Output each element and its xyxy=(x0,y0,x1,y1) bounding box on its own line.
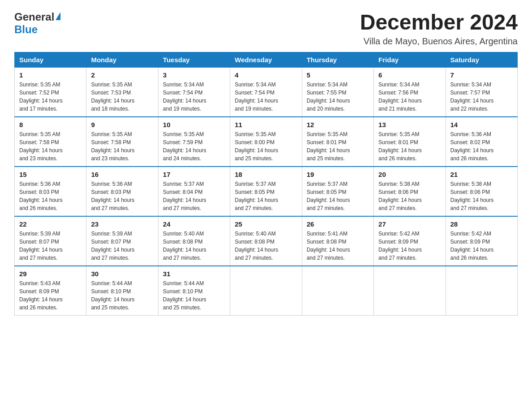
day-info: Sunrise: 5:37 AMSunset: 8:05 PMDaylight:… xyxy=(307,180,369,212)
table-row: 18Sunrise: 5:37 AMSunset: 8:05 PMDayligh… xyxy=(230,167,302,216)
day-info: Sunrise: 5:36 AMSunset: 8:03 PMDaylight:… xyxy=(19,180,82,212)
day-number: 17 xyxy=(163,171,225,178)
table-row: 31Sunrise: 5:44 AMSunset: 8:10 PMDayligh… xyxy=(158,266,230,316)
day-number: 8 xyxy=(19,121,82,128)
day-info: Sunrise: 5:37 AMSunset: 8:05 PMDaylight:… xyxy=(235,180,297,212)
day-info: Sunrise: 5:35 AMSunset: 8:00 PMDaylight:… xyxy=(235,130,297,163)
day-number: 6 xyxy=(378,71,441,79)
table-row: 12Sunrise: 5:35 AMSunset: 8:01 PMDayligh… xyxy=(302,117,373,167)
logo: General Blue xyxy=(14,11,60,36)
table-row: 4Sunrise: 5:34 AMSunset: 7:54 PMDaylight… xyxy=(230,67,302,117)
day-number: 11 xyxy=(235,121,297,128)
day-number: 30 xyxy=(91,270,153,278)
calendar-week-row: 8Sunrise: 5:35 AMSunset: 7:58 PMDaylight… xyxy=(15,117,518,167)
day-info: Sunrise: 5:35 AMSunset: 8:01 PMDaylight:… xyxy=(378,130,441,163)
table-row xyxy=(230,266,302,316)
col-saturday: Saturday xyxy=(446,52,517,67)
day-info: Sunrise: 5:44 AMSunset: 8:10 PMDaylight:… xyxy=(91,279,153,312)
table-row: 1Sunrise: 5:35 AMSunset: 7:52 PMDaylight… xyxy=(15,67,86,117)
day-number: 18 xyxy=(235,171,297,178)
day-info: Sunrise: 5:34 AMSunset: 7:54 PMDaylight:… xyxy=(163,81,225,113)
day-info: Sunrise: 5:35 AMSunset: 7:58 PMDaylight:… xyxy=(91,130,153,163)
table-row: 2Sunrise: 5:35 AMSunset: 7:53 PMDaylight… xyxy=(86,67,158,117)
page-title: December 2024 xyxy=(360,11,518,34)
day-number: 19 xyxy=(307,171,369,178)
day-info: Sunrise: 5:35 AMSunset: 7:58 PMDaylight:… xyxy=(19,130,82,163)
table-row: 29Sunrise: 5:43 AMSunset: 8:09 PMDayligh… xyxy=(15,266,86,316)
table-row: 9Sunrise: 5:35 AMSunset: 7:58 PMDaylight… xyxy=(86,117,158,167)
table-row: 26Sunrise: 5:41 AMSunset: 8:08 PMDayligh… xyxy=(302,216,373,266)
day-info: Sunrise: 5:39 AMSunset: 8:07 PMDaylight:… xyxy=(91,230,153,262)
day-info: Sunrise: 5:38 AMSunset: 8:06 PMDaylight:… xyxy=(378,180,441,212)
col-friday: Friday xyxy=(374,52,446,67)
day-info: Sunrise: 5:42 AMSunset: 8:09 PMDaylight:… xyxy=(378,230,441,262)
table-row: 24Sunrise: 5:40 AMSunset: 8:08 PMDayligh… xyxy=(158,216,230,266)
day-number: 27 xyxy=(378,220,441,228)
day-info: Sunrise: 5:41 AMSunset: 8:08 PMDaylight:… xyxy=(307,230,369,262)
calendar-week-row: 1Sunrise: 5:35 AMSunset: 7:52 PMDaylight… xyxy=(15,67,518,117)
day-info: Sunrise: 5:36 AMSunset: 8:02 PMDaylight:… xyxy=(450,130,513,163)
logo-blue-text: Blue xyxy=(14,23,38,35)
table-row: 6Sunrise: 5:34 AMSunset: 7:56 PMDaylight… xyxy=(374,67,446,117)
day-info: Sunrise: 5:38 AMSunset: 8:06 PMDaylight:… xyxy=(450,180,513,212)
calendar-week-row: 15Sunrise: 5:36 AMSunset: 8:03 PMDayligh… xyxy=(15,167,518,216)
day-info: Sunrise: 5:35 AMSunset: 7:59 PMDaylight:… xyxy=(163,130,225,163)
calendar-week-row: 29Sunrise: 5:43 AMSunset: 8:09 PMDayligh… xyxy=(15,266,518,316)
table-row: 30Sunrise: 5:44 AMSunset: 8:10 PMDayligh… xyxy=(86,266,158,316)
table-row: 5Sunrise: 5:34 AMSunset: 7:55 PMDaylight… xyxy=(302,67,373,117)
day-info: Sunrise: 5:35 AMSunset: 8:01 PMDaylight:… xyxy=(307,130,369,163)
calendar-week-row: 22Sunrise: 5:39 AMSunset: 8:07 PMDayligh… xyxy=(15,216,518,266)
day-info: Sunrise: 5:43 AMSunset: 8:09 PMDaylight:… xyxy=(19,279,82,312)
col-sunday: Sunday xyxy=(15,52,86,67)
calendar-table: Sunday Monday Tuesday Wednesday Thursday… xyxy=(14,52,518,316)
table-row: 10Sunrise: 5:35 AMSunset: 7:59 PMDayligh… xyxy=(158,117,230,167)
day-number: 15 xyxy=(19,171,82,178)
day-number: 26 xyxy=(307,220,369,228)
table-row: 13Sunrise: 5:35 AMSunset: 8:01 PMDayligh… xyxy=(374,117,446,167)
table-row xyxy=(302,266,373,316)
day-info: Sunrise: 5:42 AMSunset: 8:09 PMDaylight:… xyxy=(450,230,513,262)
table-row: 17Sunrise: 5:37 AMSunset: 8:04 PMDayligh… xyxy=(158,167,230,216)
day-info: Sunrise: 5:40 AMSunset: 8:08 PMDaylight:… xyxy=(163,230,225,262)
day-number: 9 xyxy=(91,121,153,128)
day-number: 14 xyxy=(450,121,513,128)
day-number: 10 xyxy=(163,121,225,128)
day-number: 7 xyxy=(450,71,513,79)
page-subtitle: Villa de Mayo, Buenos Aires, Argentina xyxy=(360,36,518,47)
day-number: 3 xyxy=(163,71,225,79)
day-number: 24 xyxy=(163,220,225,228)
col-thursday: Thursday xyxy=(302,52,373,67)
col-monday: Monday xyxy=(86,52,158,67)
page-header: General Blue December 2024 Villa de Mayo… xyxy=(14,11,518,47)
day-info: Sunrise: 5:35 AMSunset: 7:53 PMDaylight:… xyxy=(91,81,153,113)
day-info: Sunrise: 5:34 AMSunset: 7:55 PMDaylight:… xyxy=(307,81,369,113)
day-number: 22 xyxy=(19,220,82,228)
day-info: Sunrise: 5:34 AMSunset: 7:57 PMDaylight:… xyxy=(450,81,513,113)
table-row: 16Sunrise: 5:36 AMSunset: 8:03 PMDayligh… xyxy=(86,167,158,216)
day-info: Sunrise: 5:34 AMSunset: 7:56 PMDaylight:… xyxy=(378,81,441,113)
table-row: 14Sunrise: 5:36 AMSunset: 8:02 PMDayligh… xyxy=(446,117,517,167)
logo-triangle-icon xyxy=(56,12,60,20)
day-number: 31 xyxy=(163,270,225,278)
table-row: 7Sunrise: 5:34 AMSunset: 7:57 PMDaylight… xyxy=(446,67,517,117)
day-info: Sunrise: 5:44 AMSunset: 8:10 PMDaylight:… xyxy=(163,279,225,312)
day-number: 16 xyxy=(91,171,153,178)
col-wednesday: Wednesday xyxy=(230,52,302,67)
day-info: Sunrise: 5:37 AMSunset: 8:04 PMDaylight:… xyxy=(163,180,225,212)
col-tuesday: Tuesday xyxy=(158,52,230,67)
day-number: 21 xyxy=(450,171,513,178)
table-row: 28Sunrise: 5:42 AMSunset: 8:09 PMDayligh… xyxy=(446,216,517,266)
day-info: Sunrise: 5:40 AMSunset: 8:08 PMDaylight:… xyxy=(235,230,297,262)
table-row: 15Sunrise: 5:36 AMSunset: 8:03 PMDayligh… xyxy=(15,167,86,216)
table-row: 20Sunrise: 5:38 AMSunset: 8:06 PMDayligh… xyxy=(374,167,446,216)
day-info: Sunrise: 5:39 AMSunset: 8:07 PMDaylight:… xyxy=(19,230,82,262)
table-row: 23Sunrise: 5:39 AMSunset: 8:07 PMDayligh… xyxy=(86,216,158,266)
day-number: 29 xyxy=(19,270,82,278)
day-info: Sunrise: 5:35 AMSunset: 7:52 PMDaylight:… xyxy=(19,81,82,113)
day-number: 4 xyxy=(235,71,297,79)
table-row: 19Sunrise: 5:37 AMSunset: 8:05 PMDayligh… xyxy=(302,167,373,216)
day-number: 20 xyxy=(378,171,441,178)
table-row: 21Sunrise: 5:38 AMSunset: 8:06 PMDayligh… xyxy=(446,167,517,216)
calendar-header-row: Sunday Monday Tuesday Wednesday Thursday… xyxy=(15,52,518,67)
day-number: 23 xyxy=(91,220,153,228)
